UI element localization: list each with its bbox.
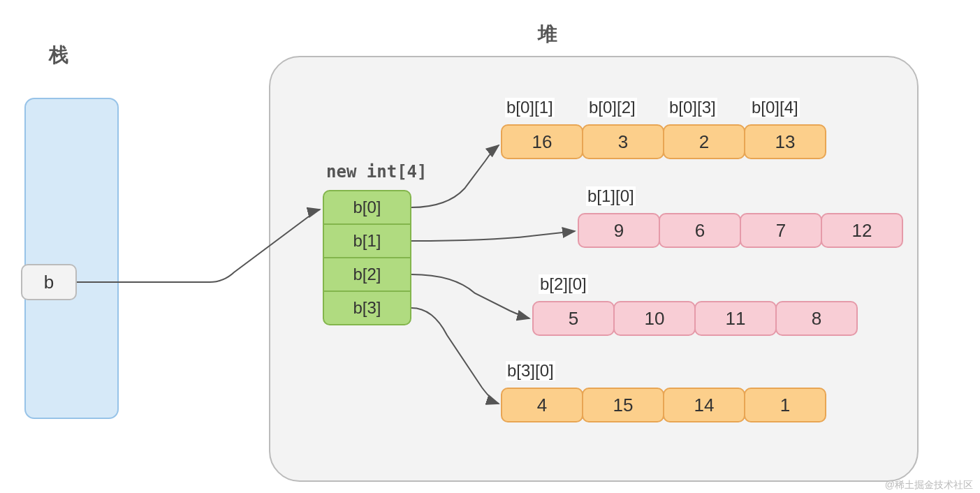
idx-label-3-0: b[3][0]: [506, 361, 555, 381]
stack-region: [24, 98, 119, 419]
cell-3-3: 1: [744, 388, 826, 422]
cell-3-0: 4: [501, 388, 583, 422]
idx-label-1-0: b[1][0]: [586, 186, 636, 206]
stack-title: 栈: [49, 42, 68, 68]
cell-0-0: 16: [501, 124, 583, 159]
inner-row-3: 4 15 14 1: [501, 388, 825, 422]
new-int-label: new int[4]: [326, 162, 427, 182]
cell-0-3: 13: [744, 124, 826, 159]
idx-label-0-2: b[0][2]: [587, 98, 637, 117]
cell-2-0: 5: [532, 301, 615, 336]
variable-b: b: [21, 264, 77, 300]
cell-2-1: 10: [613, 301, 696, 336]
idx-label-0-4: b[0][4]: [750, 98, 800, 117]
outer-cell-2: b[2]: [323, 257, 411, 292]
cell-0-1: 3: [582, 124, 664, 159]
cell-1-0: 9: [578, 213, 660, 248]
outer-cell-1: b[1]: [323, 223, 411, 258]
idx-label-0-3: b[0][3]: [668, 98, 717, 117]
cell-1-2: 7: [740, 213, 822, 248]
outer-cell-3: b[3]: [323, 290, 411, 325]
cell-3-2: 14: [663, 388, 745, 422]
cell-0-2: 2: [663, 124, 745, 159]
heap-title: 堆: [538, 21, 557, 47]
watermark: @稀土掘金技术社区: [885, 479, 973, 492]
inner-row-2: 5 10 11 8: [532, 301, 856, 336]
inner-row-0: 16 3 2 13: [501, 124, 825, 159]
inner-row-1: 9 6 7 12: [578, 213, 902, 248]
cell-2-2: 11: [694, 301, 777, 336]
outer-cell-0: b[0]: [323, 190, 411, 225]
cell-3-1: 15: [582, 388, 664, 422]
idx-label-2-0: b[2][0]: [539, 274, 588, 294]
outer-array: b[0] b[1] b[2] b[3]: [323, 190, 411, 325]
cell-1-1: 6: [659, 213, 741, 248]
cell-2-3: 8: [775, 301, 858, 336]
idx-label-0-1: b[0][1]: [505, 98, 555, 117]
cell-1-3: 12: [821, 213, 903, 248]
